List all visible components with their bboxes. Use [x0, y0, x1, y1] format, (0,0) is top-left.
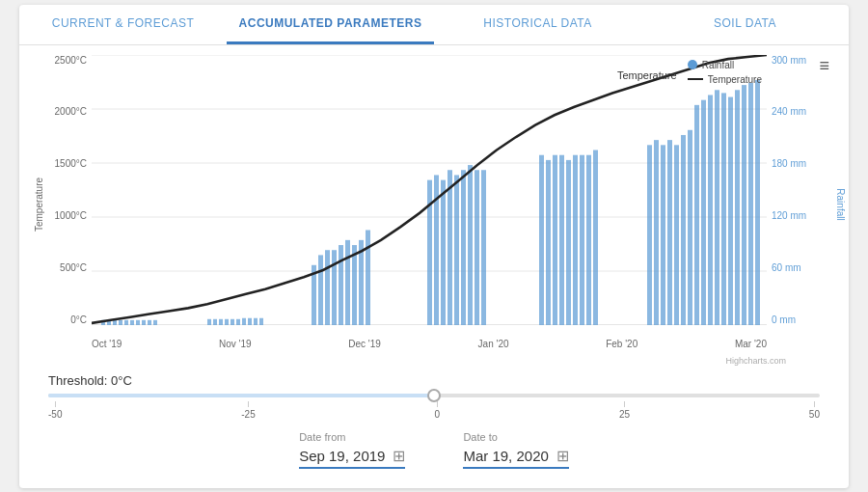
svg-rect-21: [236, 318, 240, 324]
x-axis-labels: Oct '19 Nov '19 Dec '19 Jan '20 Feb '20 …: [92, 339, 767, 349]
svg-rect-10: [124, 319, 128, 324]
svg-rect-57: [674, 145, 679, 325]
svg-rect-62: [708, 95, 713, 325]
svg-rect-39: [454, 175, 459, 325]
legend-rainfall: Rainfall: [688, 60, 762, 70]
svg-rect-20: [231, 318, 234, 324]
svg-rect-22: [242, 317, 246, 324]
svg-rect-54: [654, 140, 659, 325]
svg-rect-23: [248, 317, 252, 324]
tick-minus25: -25: [241, 401, 255, 420]
svg-rect-38: [448, 170, 452, 325]
svg-rect-69: [755, 79, 760, 324]
svg-rect-16: [207, 318, 211, 324]
tab-historical[interactable]: HISTORICAL DATA: [434, 5, 641, 44]
y-right-label-5: 300 mm: [772, 55, 806, 66]
date-from-value: Sep 19, 2019: [299, 448, 385, 464]
svg-rect-44: [539, 154, 544, 324]
slider-container[interactable]: [48, 394, 820, 397]
tick-0: 0: [435, 401, 441, 420]
tab-current[interactable]: CURRENT & FORECAST: [19, 5, 227, 44]
svg-rect-65: [728, 96, 733, 324]
svg-rect-18: [219, 318, 223, 324]
x-label-mar: Mar '20: [735, 339, 767, 349]
svg-rect-25: [259, 317, 263, 324]
slider-fill: [48, 394, 434, 397]
svg-rect-51: [586, 154, 591, 324]
svg-text:Temperature: Temperature: [617, 68, 677, 80]
slider-track: [48, 394, 820, 397]
x-label-feb: Feb '20: [606, 339, 637, 349]
y-right-label-0: 0 mm: [772, 314, 796, 325]
svg-rect-49: [573, 154, 578, 324]
tick-25: 25: [619, 401, 630, 420]
y-axis-left: 0°C 500°C 1000°C 1500°C 2000°C 2500°C: [39, 55, 92, 325]
svg-rect-41: [468, 165, 473, 325]
date-from-field: Date from Sep 19, 2019 ⊞: [299, 431, 405, 469]
tab-accumulated[interactable]: ACCUMULATED PARAMETERS: [227, 5, 434, 44]
chart-menu-icon[interactable]: ≡: [819, 57, 829, 74]
svg-rect-14: [148, 319, 151, 324]
date-to-field: Date to Mar 19, 2020 ⊞: [463, 431, 568, 469]
y-left-label-0: 0°C: [70, 314, 87, 325]
date-to-input-row[interactable]: Mar 19, 2020 ⊞: [463, 447, 568, 469]
date-from-label: Date from: [299, 431, 345, 443]
date-to-value: Mar 19, 2020: [463, 448, 548, 464]
tab-bar: CURRENT & FORECAST ACCUMULATED PARAMETER…: [19, 5, 849, 45]
slider-ticks: -50 -25 0 25 50: [48, 401, 820, 420]
date-to-calendar-icon[interactable]: ⊞: [556, 447, 569, 465]
legend-rainfall-label: Rainfall: [702, 60, 734, 70]
x-label-nov: Nov '19: [219, 339, 252, 349]
svg-rect-56: [667, 140, 672, 325]
svg-rect-63: [715, 90, 719, 325]
svg-rect-42: [475, 170, 479, 325]
y-axis-right-title: Rainfall: [835, 188, 846, 220]
svg-rect-46: [553, 154, 557, 324]
svg-rect-15: [153, 319, 157, 324]
svg-rect-11: [130, 319, 134, 324]
date-from-calendar-icon[interactable]: ⊞: [393, 447, 405, 465]
highcharts-credit: Highcharts.com: [19, 356, 786, 366]
plot-area: Temperature: [92, 55, 767, 325]
svg-rect-28: [325, 250, 330, 325]
svg-rect-43: [481, 170, 486, 325]
svg-rect-64: [721, 93, 726, 325]
x-label-oct: Oct '19: [92, 339, 122, 349]
svg-rect-40: [461, 170, 466, 325]
tick-minus50: -50: [48, 401, 62, 420]
svg-rect-32: [352, 245, 357, 325]
svg-rect-60: [694, 104, 699, 324]
svg-rect-31: [345, 239, 350, 324]
svg-rect-30: [339, 245, 343, 325]
date-to-label: Date to: [463, 431, 497, 443]
svg-rect-9: [119, 319, 122, 324]
threshold-section: Threshold: 0°C -50 -25 0 25: [19, 366, 849, 420]
svg-rect-66: [735, 90, 740, 325]
svg-rect-27: [318, 255, 323, 325]
svg-rect-34: [366, 230, 370, 325]
svg-rect-67: [742, 85, 746, 325]
y-left-label-5: 2500°C: [55, 55, 87, 66]
svg-rect-55: [661, 145, 665, 325]
slider-thumb[interactable]: [427, 389, 441, 402]
legend-temperature: Temperature: [688, 74, 762, 85]
x-label-jan: Jan '20: [478, 339, 509, 349]
svg-rect-53: [647, 145, 652, 325]
y-left-label-1: 500°C: [60, 262, 87, 273]
chart-area: ≡ Temperature Rainfall 0°C 500°C 1000°C …: [39, 55, 829, 354]
svg-rect-47: [559, 154, 564, 324]
legend-temperature-line: [688, 78, 703, 80]
tick-50: 50: [809, 401, 820, 420]
tab-soil[interactable]: SOIL DATA: [641, 5, 849, 44]
svg-rect-61: [701, 99, 706, 324]
y-left-label-3: 1500°C: [55, 158, 87, 169]
svg-rect-48: [566, 159, 571, 324]
svg-rect-19: [225, 318, 229, 324]
main-card: CURRENT & FORECAST ACCUMULATED PARAMETER…: [19, 5, 849, 488]
svg-rect-58: [681, 134, 686, 324]
y-axis-right: 0 mm 60 mm 120 mm 180 mm 240 mm 300 mm: [767, 55, 815, 325]
y-right-label-4: 240 mm: [772, 106, 806, 117]
y-left-label-2: 1000°C: [55, 210, 87, 221]
svg-rect-68: [748, 83, 753, 325]
date-from-input-row[interactable]: Sep 19, 2019 ⊞: [299, 447, 405, 469]
